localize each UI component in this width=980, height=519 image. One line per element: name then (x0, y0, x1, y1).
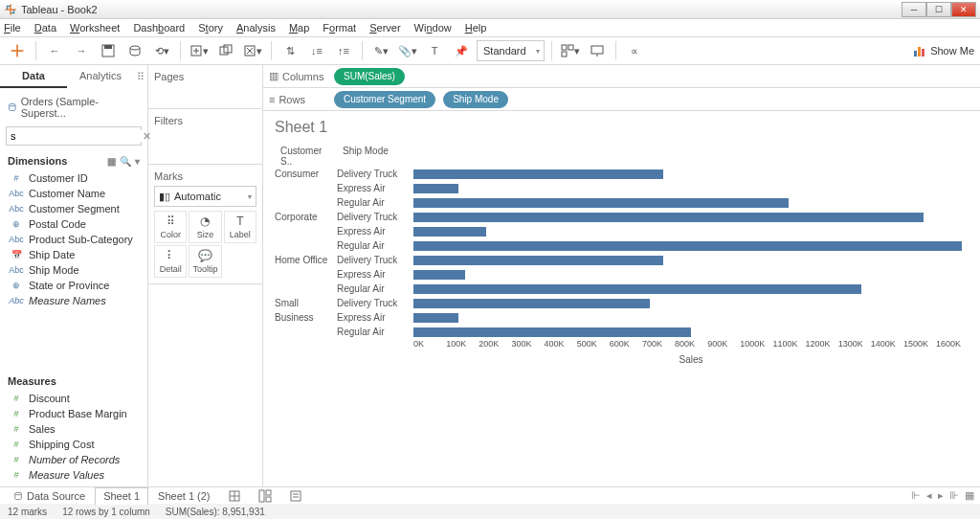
menu-window[interactable]: Window (414, 22, 452, 34)
dimension-item[interactable]: AbcProduct Sub-Category (8, 232, 140, 247)
show-me-button[interactable]: Show Me (913, 44, 974, 57)
bar[interactable] (413, 256, 663, 265)
chart-row: Regular Air (275, 325, 969, 339)
field-type-icon: ⊕ (8, 219, 25, 229)
bar[interactable] (413, 213, 924, 222)
measure-item[interactable]: #Discount (8, 391, 140, 406)
fit-select[interactable]: Standard (477, 40, 545, 61)
menu-worksheet[interactable]: Worksheet (70, 22, 120, 34)
menu-map[interactable]: Map (289, 22, 309, 34)
new-worksheet-tab[interactable] (220, 487, 249, 505)
size-card[interactable]: ◔Size (189, 211, 221, 243)
dimension-item[interactable]: #Customer ID (8, 170, 140, 186)
datasource-tab[interactable]: Data Source (6, 487, 93, 505)
measure-item[interactable]: #Number of Records (8, 452, 140, 467)
field-type-icon: # (8, 470, 25, 480)
nav-first-icon[interactable]: ⊩ (911, 489, 921, 502)
tableau-icon[interactable] (6, 39, 29, 62)
bar[interactable] (413, 227, 486, 237)
color-card[interactable]: ⠿Color (154, 211, 187, 243)
sort-desc-button[interactable]: ↑≡ (332, 39, 355, 62)
bar[interactable] (413, 270, 465, 280)
save-button[interactable] (97, 39, 120, 62)
menu-format[interactable]: Format (323, 22, 356, 34)
search-box[interactable]: ✕ (6, 126, 142, 146)
pill-ship-mode[interactable]: Ship Mode (443, 91, 508, 108)
detail-card[interactable]: ⠇Detail (154, 245, 187, 278)
autoupdate-button[interactable]: ⟲▾ (150, 39, 173, 62)
sort-asc-button[interactable]: ↓≡ (305, 39, 328, 62)
view-tabs-icon[interactable]: ▦ (965, 489, 974, 502)
columns-shelf[interactable]: ▥Columns SUM(Sales) (263, 65, 980, 88)
tab-data[interactable]: Data (0, 65, 67, 88)
menu-icon[interactable]: ▾ (135, 156, 140, 167)
undo-button[interactable]: ← (43, 39, 66, 62)
cards-button[interactable]: ▾ (559, 39, 582, 62)
redo-button[interactable]: → (70, 39, 93, 62)
close-button[interactable]: ✕ (951, 2, 976, 17)
menu-help[interactable]: Help (465, 22, 487, 34)
nav-next-icon[interactable]: ▸ (938, 489, 944, 502)
new-datasource-button[interactable] (123, 39, 146, 62)
menu-file[interactable]: File (4, 22, 21, 34)
bar[interactable] (413, 169, 663, 179)
new-dashboard-tab[interactable] (251, 487, 279, 505)
marktype-select[interactable]: ▮▯Automatic (154, 186, 256, 207)
rows-shelf[interactable]: ≡Rows Customer Segment Ship Mode (263, 88, 980, 111)
bar[interactable] (413, 313, 458, 323)
presentation-button[interactable] (586, 39, 609, 62)
find-icon[interactable]: 🔍 (120, 156, 131, 167)
dimension-item[interactable]: ⊕State or Province (8, 278, 140, 293)
sheet-tab-1[interactable]: Sheet 1 (95, 487, 148, 505)
dimension-item[interactable]: 📅Ship Date (8, 247, 140, 262)
measure-item[interactable]: #Product Base Margin (8, 406, 140, 421)
measure-item[interactable]: #Measure Values (8, 467, 140, 483)
svg-point-10 (130, 46, 140, 50)
highlight-button[interactable]: ✎▾ (369, 39, 392, 62)
svg-point-28 (15, 492, 22, 495)
view-icon[interactable]: ▦ (107, 156, 116, 167)
tab-analytics[interactable]: Analytics (67, 65, 134, 88)
measure-item[interactable]: #Shipping Cost (8, 437, 140, 452)
dimension-item[interactable]: ⊕Postal Code (8, 216, 140, 232)
bar[interactable] (413, 299, 650, 308)
bar[interactable] (413, 198, 789, 208)
search-input[interactable] (11, 130, 143, 142)
clear-button[interactable]: ▾ (241, 39, 264, 62)
minimize-button[interactable]: ─ (902, 2, 926, 17)
bar[interactable] (413, 327, 691, 337)
sheet-tab-2[interactable]: Sheet 1 (2) (150, 487, 217, 505)
labels-button[interactable]: T (423, 39, 446, 62)
share-button[interactable]: ∝ (623, 39, 646, 62)
new-story-tab[interactable] (281, 487, 310, 505)
label-card[interactable]: TLabel (224, 211, 256, 243)
menu-dashboard[interactable]: Dashboard (133, 22, 185, 34)
datasource-item[interactable]: Orders (Sample-Superst... (6, 92, 142, 123)
bar[interactable] (413, 284, 861, 294)
duplicate-button[interactable] (214, 39, 237, 62)
group-button[interactable]: 📎▾ (396, 39, 419, 62)
menu-analysis[interactable]: Analysis (236, 22, 276, 34)
new-worksheet-button[interactable]: ▾ (188, 39, 211, 62)
sheet-title[interactable]: Sheet 1 (275, 119, 969, 136)
nav-last-icon[interactable]: ⊪ (949, 489, 959, 502)
measure-item[interactable]: #Sales (8, 421, 140, 437)
tooltip-card[interactable]: 💬Tooltip (189, 245, 221, 278)
pill-sum-sales[interactable]: SUM(Sales) (334, 68, 405, 85)
dimension-item[interactable]: AbcCustomer Name (8, 186, 140, 201)
bar[interactable] (413, 241, 962, 251)
menu-data[interactable]: Data (34, 22, 56, 34)
pin-button[interactable]: 📌 (450, 39, 473, 62)
nav-prev-icon[interactable]: ◂ (926, 489, 932, 502)
menu-story[interactable]: Story (198, 22, 223, 34)
x-tick: 400K (545, 339, 577, 352)
pane-menu-icon[interactable]: ⠿ (134, 65, 147, 88)
dimension-item[interactable]: AbcMeasure Names (8, 293, 140, 308)
swap-button[interactable]: ⇅ (278, 39, 301, 62)
pill-customer-segment[interactable]: Customer Segment (334, 91, 435, 108)
menu-server[interactable]: Server (369, 22, 400, 34)
dimension-item[interactable]: AbcCustomer Segment (8, 201, 140, 216)
dimension-item[interactable]: AbcShip Mode (8, 262, 140, 278)
bar[interactable] (413, 184, 458, 193)
maximize-button[interactable]: ☐ (926, 2, 951, 17)
